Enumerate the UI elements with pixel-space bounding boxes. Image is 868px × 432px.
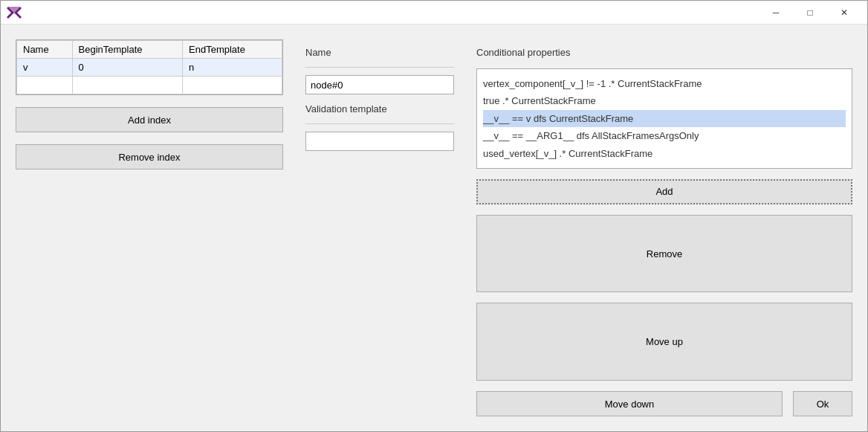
table-row[interactable] <box>17 77 282 94</box>
condition-line-4: used_vertex[_v_] .* CurrentStackFrame <box>483 145 846 162</box>
remove-index-button[interactable]: Remove index <box>16 144 283 170</box>
main-content: Name BeginTemplate EndTemplate v 0 n <box>1 25 867 431</box>
col-header-begin: BeginTemplate <box>72 41 183 59</box>
remove-condition-button[interactable]: Remove <box>476 215 852 293</box>
index-table: Name BeginTemplate EndTemplate v 0 n <box>16 40 282 94</box>
name-separator <box>305 67 454 68</box>
cell-name-0: v <box>17 59 73 77</box>
maximize-button[interactable]: □ <box>793 1 827 25</box>
condition-line-1: true .* CurrentStackFrame <box>483 92 846 109</box>
close-button[interactable]: ✕ <box>827 1 861 25</box>
title-bar-controls: ─ □ ✕ <box>759 1 861 25</box>
validation-separator <box>305 123 454 124</box>
main-window: ─ □ ✕ Name BeginTemplate EndTemplate <box>0 0 868 432</box>
cell-begin-0: 0 <box>72 59 183 77</box>
move-down-button[interactable]: Move down <box>476 391 783 416</box>
conditions-box[interactable]: vertex_component[_v_] != -1 .* CurrentSt… <box>476 68 852 169</box>
col-header-name: Name <box>17 41 73 59</box>
conditional-label: Conditional properties <box>476 47 852 58</box>
condition-line-2: __v__ == v dfs CurrentStackFrame <box>483 110 846 127</box>
name-input[interactable] <box>305 75 454 94</box>
add-condition-button[interactable]: Add <box>476 179 852 204</box>
left-panel: Name BeginTemplate EndTemplate v 0 n <box>16 39 283 416</box>
validation-field-group: Validation template <box>305 103 454 151</box>
index-table-container: Name BeginTemplate EndTemplate v 0 n <box>16 39 283 95</box>
condition-line-0: vertex_component[_v_] != -1 .* CurrentSt… <box>483 75 846 92</box>
title-bar-left <box>7 5 22 20</box>
validation-input[interactable] <box>305 132 454 151</box>
validation-label: Validation template <box>305 103 454 115</box>
minimize-button[interactable]: ─ <box>759 1 793 25</box>
name-field-group: Name <box>305 47 454 94</box>
right-panel: Conditional properties vertex_component[… <box>476 39 852 416</box>
condition-line-3: __v__ == __ARG1__ dfs AllStackFramesArgs… <box>483 127 846 144</box>
vs-icon <box>7 5 22 20</box>
cell-end-1 <box>183 77 282 94</box>
move-ok-row: Move down Ok <box>476 391 852 416</box>
table-header-row: Name BeginTemplate EndTemplate <box>17 41 282 59</box>
col-header-end: EndTemplate <box>183 41 282 59</box>
move-up-button[interactable]: Move up <box>476 303 852 381</box>
middle-panel: Name Validation template <box>305 39 454 416</box>
cell-begin-1 <box>72 77 183 94</box>
table-row[interactable]: v 0 n <box>17 59 282 77</box>
cell-end-0: n <box>183 59 282 77</box>
add-index-button[interactable]: Add index <box>16 107 283 132</box>
title-bar: ─ □ ✕ <box>1 1 867 25</box>
ok-button[interactable]: Ok <box>793 391 852 416</box>
name-label: Name <box>305 47 454 58</box>
cell-name-1 <box>17 77 73 94</box>
